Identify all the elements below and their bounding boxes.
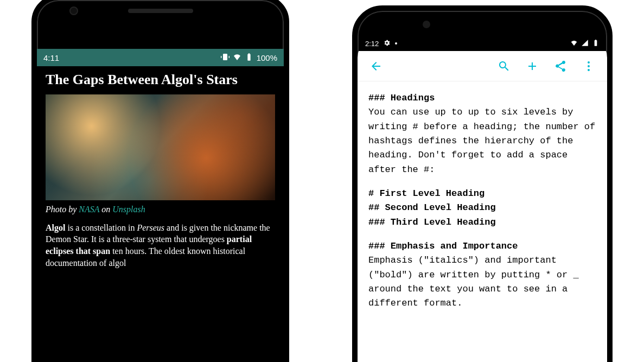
svg-point-1 bbox=[588, 65, 590, 67]
battery-icon bbox=[592, 39, 600, 48]
body-italic: Perseus bbox=[137, 223, 164, 232]
phone-frame-left: 4:11 100% The Gaps Between Algol's Stars… bbox=[31, 0, 289, 362]
screen-right: 2:12 ### Headings You can use up to up t… bbox=[358, 36, 607, 362]
screen-left: 4:11 100% The Gaps Between Algol's Stars… bbox=[37, 49, 284, 362]
hero-image bbox=[46, 94, 275, 200]
md-line: # First Level Heading bbox=[368, 188, 484, 199]
md-line: ## Second Level Heading bbox=[368, 202, 496, 213]
battery-percent: 100% bbox=[257, 53, 277, 62]
status-bar: 4:11 100% bbox=[37, 49, 284, 66]
cell-signal-icon bbox=[581, 39, 589, 48]
search-button[interactable] bbox=[492, 54, 516, 78]
wifi-icon bbox=[233, 53, 241, 63]
battery-icon bbox=[245, 53, 253, 63]
image-caption: Photo by NASA on Unsplash bbox=[46, 205, 275, 214]
status-time: 2:12 bbox=[365, 40, 379, 48]
add-button[interactable] bbox=[520, 54, 544, 78]
speaker-slot bbox=[128, 9, 193, 13]
body-bold: Algol bbox=[46, 223, 65, 232]
status-dot bbox=[395, 42, 397, 45]
camera-dot bbox=[423, 21, 430, 28]
md-paragraph: Emphasis ("italics") and important ("bol… bbox=[368, 253, 596, 310]
article-content[interactable]: The Gaps Between Algol's Stars Photo by … bbox=[37, 66, 284, 362]
status-bar: 2:12 bbox=[358, 36, 607, 51]
article-title: The Gaps Between Algol's Stars bbox=[46, 72, 275, 88]
wifi-icon bbox=[570, 39, 578, 48]
status-icons: 100% bbox=[221, 53, 277, 63]
md-heading: ### Headings bbox=[368, 91, 596, 105]
overflow-menu-button[interactable] bbox=[577, 54, 601, 78]
svg-point-0 bbox=[588, 61, 590, 63]
camera-dot bbox=[69, 7, 78, 15]
caption-link-nasa[interactable]: NASA bbox=[79, 205, 99, 214]
md-paragraph: You can use up to up to six levels by wr… bbox=[368, 105, 596, 177]
vibrate-icon bbox=[221, 53, 229, 63]
md-example-block: # First Level Heading## Second Level Hea… bbox=[368, 187, 596, 230]
settings-icon bbox=[383, 39, 391, 48]
app-toolbar bbox=[358, 51, 607, 81]
share-button[interactable] bbox=[549, 54, 572, 78]
article-body: Algol is a constellation in Perseus and … bbox=[46, 222, 275, 269]
md-heading: ### Emphasis and Importance bbox=[368, 239, 596, 253]
back-button[interactable] bbox=[364, 54, 388, 78]
caption-text: on bbox=[99, 205, 112, 214]
caption-text: Photo by bbox=[46, 205, 79, 214]
phone-frame-right: 2:12 ### Headings You can use up to up t… bbox=[352, 5, 613, 362]
body-text: is a constellation in bbox=[65, 223, 137, 232]
md-line: ### Third Level Heading bbox=[368, 217, 496, 227]
caption-link-unsplash[interactable]: Unsplash bbox=[112, 205, 145, 214]
markdown-content[interactable]: ### Headings You can use up to up to six… bbox=[358, 81, 607, 362]
svg-point-2 bbox=[588, 69, 590, 71]
status-time: 4:11 bbox=[43, 53, 59, 62]
